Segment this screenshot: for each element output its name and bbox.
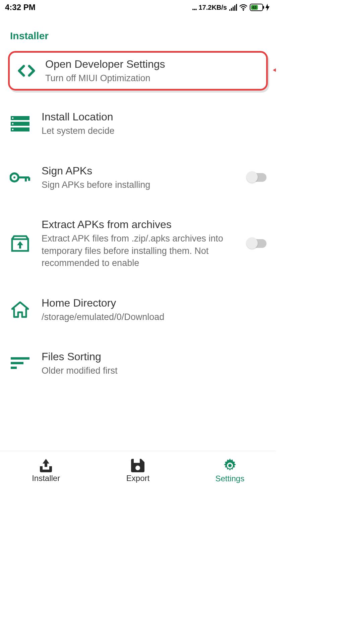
item-subtitle: Older modified first: [42, 363, 268, 377]
nav-label: Export: [126, 474, 149, 483]
key-icon: [9, 167, 31, 188]
toggle-sign-apks[interactable]: [247, 173, 266, 182]
svg-rect-10: [11, 357, 29, 360]
item-title: Files Sorting: [42, 350, 268, 363]
wifi-icon: [239, 4, 248, 11]
svg-point-0: [243, 9, 244, 11]
svg-point-16: [228, 464, 232, 467]
battery-icon: 63: [250, 4, 263, 11]
nav-installer[interactable]: Installer: [0, 451, 92, 490]
nav-label: Installer: [32, 474, 60, 483]
save-icon: [131, 459, 144, 472]
item-sign-apks[interactable]: Sign APKs Sign APKs before installing: [0, 157, 276, 198]
svg-rect-12: [11, 367, 17, 369]
section-title-installer: Installer: [0, 30, 276, 51]
item-extract-apks[interactable]: Extract APKs from archives Extract APK f…: [0, 210, 276, 276]
svg-rect-3: [11, 122, 29, 126]
svg-point-8: [13, 176, 15, 178]
unarchive-icon: [9, 233, 31, 254]
svg-rect-4: [12, 123, 13, 124]
nav-settings[interactable]: Settings: [184, 451, 276, 490]
nav-export[interactable]: Export: [92, 451, 184, 490]
installer-icon: [39, 459, 53, 472]
item-open-developer-settings[interactable]: Open Developer Settings Turn off MIUI Op…: [8, 51, 268, 91]
nav-label: Settings: [215, 474, 244, 483]
item-subtitle: Extract APK files from .zip/.apks archiv…: [42, 231, 236, 269]
item-title: Install Location: [42, 110, 268, 123]
toggle-extract-apks[interactable]: [247, 239, 266, 248]
item-subtitle: Sign APKs before installing: [42, 177, 236, 191]
charging-icon: [265, 4, 270, 11]
gear-icon: [223, 459, 237, 473]
status-bar: 4:32 PM ... 17.2KB/s 63: [0, 0, 276, 13]
home-icon: [9, 299, 31, 320]
highlight-arrow-icon: [273, 60, 276, 82]
settings-content: Installer Open Developer Settings Turn o…: [0, 13, 276, 451]
storage-icon: [9, 113, 31, 135]
cellular-signal-icon: [229, 4, 237, 11]
item-files-sorting[interactable]: Files Sorting Older modified first: [0, 342, 276, 384]
battery-level: 63: [251, 5, 258, 10]
item-title: Sign APKs: [42, 164, 236, 177]
svg-point-14: [135, 466, 140, 470]
svg-rect-1: [11, 116, 29, 120]
item-title: Extract APKs from archives: [42, 218, 236, 231]
status-time: 4:32 PM: [5, 3, 36, 12]
svg-rect-5: [11, 127, 29, 131]
item-title: Open Developer Settings: [45, 57, 261, 71]
svg-rect-6: [12, 129, 13, 130]
sort-icon: [9, 353, 31, 374]
item-title: Home Directory: [42, 296, 268, 310]
item-subtitle: Turn off MIUI Optimization: [45, 71, 261, 84]
svg-rect-2: [12, 117, 13, 119]
item-install-location[interactable]: Install Location Let system decide: [0, 103, 276, 144]
status-indicators: ... 17.2KB/s 63: [192, 3, 270, 12]
item-subtitle: Let system decide: [42, 123, 268, 137]
item-home-directory[interactable]: Home Directory /storage/emulated/0/Downl…: [0, 289, 276, 330]
item-subtitle: /storage/emulated/0/Download: [42, 310, 268, 323]
status-dots: ...: [192, 3, 196, 12]
svg-rect-13: [134, 459, 140, 463]
status-data-speed: 17.2KB/s: [199, 4, 227, 11]
svg-rect-11: [11, 362, 23, 364]
bottom-nav: Installer Export Settings: [0, 451, 276, 490]
code-brackets-icon: [16, 60, 37, 82]
